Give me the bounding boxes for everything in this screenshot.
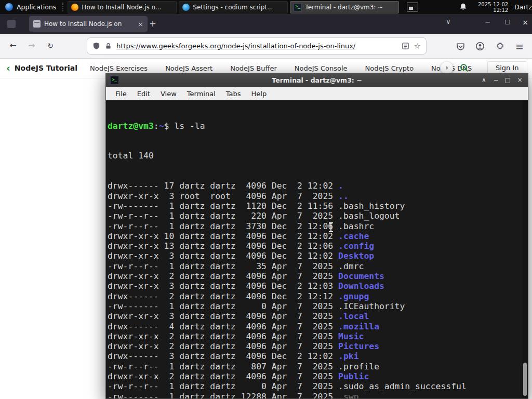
terminal-line: -rw------- 1 dartz dartz 0 Apr 7 2025 .I…: [108, 301, 528, 311]
tracking-shield-icon[interactable]: [92, 42, 100, 50]
file-name: Desktop: [338, 251, 374, 261]
terminal-line: drwx------ 2 dartz dartz 4096 Dec 2 12:1…: [108, 291, 528, 301]
prompt-separator: :: [154, 121, 159, 131]
terminal-line: -rw-r--r-- 1 dartz dartz 220 Apr 7 2025 …: [108, 211, 528, 221]
terminal-line: drwxr-xr-x 2 dartz dartz 4096 Apr 7 2025…: [108, 371, 528, 381]
window-close-button[interactable]: ×: [520, 18, 531, 26]
file-name: .config: [338, 241, 374, 251]
terminal-icon: >_: [294, 3, 302, 11]
terminal-close-button[interactable]: ×: [516, 76, 524, 84]
terminal-line: -rw------- 1 dartz dartz 12288 Apr 7 202…: [108, 392, 528, 398]
terminal-window-icon: >_: [110, 76, 119, 85]
menu-help[interactable]: Help: [246, 88, 272, 99]
terminal-prompt-line: dartz@vm3:~$ ls -la: [108, 121, 528, 131]
terminal-line: drwxr-xr-x 3 dartz dartz 4096 Apr 7 2025…: [108, 311, 528, 321]
taskbar-button-terminal[interactable]: >_ Terminal - dartz@vm3: ~: [290, 1, 399, 14]
terminal-maximize-button[interactable]: □: [504, 76, 512, 84]
new-tab-button[interactable]: +: [147, 18, 159, 30]
taskbar-label: How to Install Node.js o...: [82, 4, 173, 11]
file-name: .pki: [338, 351, 358, 361]
account-icon[interactable]: [474, 40, 486, 52]
user-label[interactable]: Dartz: [514, 3, 532, 11]
applications-menu[interactable]: Applications: [0, 0, 61, 14]
terminal-line: -rw-r--r-- 1 dartz dartz 35 Apr 7 2025 .…: [108, 261, 528, 271]
tab-title: How to Install Node.js on: [44, 20, 133, 28]
taskbar-button-browser[interactable]: How to Install Node.js o...: [68, 1, 177, 14]
file-name: Public: [338, 371, 369, 381]
menu-hamburger-icon[interactable]: ≡: [513, 40, 526, 52]
clock-time: 12:12: [478, 7, 508, 13]
mouse-cursor: [330, 223, 331, 231]
lock-icon[interactable]: [105, 43, 112, 49]
file-name: Documents: [338, 271, 384, 281]
clock[interactable]: 2025-12-02 12:12: [478, 2, 508, 13]
site-nav-title[interactable]: NodeJS Tutorial: [15, 64, 77, 72]
menu-terminal[interactable]: Terminal: [182, 88, 221, 99]
terminal-line: -rw-r--r-- 1 dartz dartz 807 Apr 7 2025 …: [108, 362, 528, 371]
reload-button[interactable]: ↻: [44, 39, 57, 52]
back-button[interactable]: ←: [6, 39, 20, 52]
menu-tabs[interactable]: Tabs: [221, 88, 246, 99]
file-name: .bashrc: [338, 221, 374, 231]
terminal-line: drwxr-xr-x 3 root root 4096 Apr 7 2025 .…: [108, 191, 528, 201]
panel-handle: [62, 3, 63, 11]
search-icon[interactable]: [459, 63, 470, 73]
terminal-titlebar[interactable]: >_ Terminal - dartz@vm3: ~ ∧−□×: [106, 73, 528, 87]
file-name: Downloads: [338, 281, 384, 291]
site-nav-link[interactable]: NodeJS Console: [295, 64, 348, 72]
list-all-tabs-icon[interactable]: ∨: [443, 18, 454, 25]
browser-tab[interactable]: How to Install Node.js on ×: [29, 16, 148, 32]
terminal-line: drwxr-xr-x 3 dartz dartz 4096 Dec 2 12:0…: [108, 281, 528, 291]
terminal-line: drwxr-xr-x 10 dartz dartz 4096 Dec 2 12:…: [108, 231, 528, 241]
terminal-line: drwxr-xr-x 2 dartz dartz 4096 Apr 7 2025…: [108, 341, 528, 351]
applications-label: Applications: [17, 3, 56, 11]
site-nav-link[interactable]: NodeJS Buffer: [230, 64, 277, 72]
terminal-scrollbar-track[interactable]: [522, 100, 528, 398]
terminal-minimize-button[interactable]: −: [492, 76, 500, 84]
forward-button[interactable]: →: [25, 39, 38, 52]
bookmark-star-icon[interactable]: ☆: [414, 42, 421, 51]
notification-bell-icon[interactable]: [459, 3, 468, 11]
terminal-output: drwx------ 17 dartz dartz 4096 Dec 2 12:…: [108, 181, 528, 398]
terminal-scrollbar-thumb[interactable]: [523, 363, 527, 396]
menu-file[interactable]: File: [110, 88, 132, 99]
url-text[interactable]: https://www.geeksforgeeks.org/node-js/in…: [116, 42, 397, 50]
taskbar-label: Settings - codium script...: [193, 4, 284, 11]
taskbar-button-settings[interactable]: Settings - codium script...: [179, 1, 288, 14]
prompt-suffix: $: [164, 121, 175, 131]
prompt-path: ~: [159, 121, 164, 131]
file-name: .: [338, 181, 343, 191]
site-nav-link[interactable]: NodeJS Exercises: [90, 64, 148, 72]
site-nav-link[interactable]: NodeJS Crypto: [365, 64, 414, 72]
terminal-window: >_ Terminal - dartz@vm3: ~ ∧−□× FileEdit…: [105, 73, 528, 399]
menu-edit[interactable]: Edit: [132, 88, 155, 99]
menu-view[interactable]: View: [155, 88, 182, 99]
top-panel: Applications How to Install Node.js o...…: [0, 0, 532, 14]
window-minimize-button[interactable]: −: [482, 18, 494, 26]
site-nav-prev-icon[interactable]: ‹: [6, 62, 10, 74]
terminal-window-controls: ∧−□×: [480, 76, 524, 84]
url-bar[interactable]: https://www.geeksforgeeks.org/node-js/in…: [87, 38, 426, 54]
terminal-total-line: total 140: [108, 151, 528, 161]
terminal-line: drwxr-xr-x 2 dartz dartz 4096 Apr 7 2025…: [108, 271, 528, 281]
firefox-icon: [71, 4, 78, 11]
browser-toolbar: ← → ↻ https://www.geeksforgeeks.org/node…: [0, 34, 532, 59]
file-name: .local: [338, 311, 369, 321]
pocket-icon[interactable]: [454, 40, 467, 52]
reader-mode-icon[interactable]: [402, 42, 409, 50]
firefox-view-icon[interactable]: [7, 20, 16, 28]
file-name: .sudo_as_admin_successful: [338, 381, 467, 391]
site-nav-link[interactable]: NodeJS Assert: [165, 64, 212, 72]
terminal-command: ls -la: [174, 121, 205, 131]
tray-icon[interactable]: [407, 3, 418, 11]
file-name: Music: [338, 331, 364, 341]
terminal-shade-button[interactable]: ∧: [480, 76, 488, 84]
terminal-body[interactable]: dartz@vm3:~$ ls -la total 140 drwx------…: [106, 100, 528, 398]
window-maximize-button[interactable]: □: [502, 18, 513, 25]
terminal-line: drwxr-xr-x 2 dartz dartz 4096 Apr 7 2025…: [108, 331, 528, 341]
file-name: .swp: [338, 392, 358, 398]
extensions-icon[interactable]: [494, 40, 506, 52]
terminal-line: -rw-r--r-- 1 dartz dartz 3730 Dec 2 12:0…: [108, 221, 528, 231]
tab-close-icon[interactable]: ×: [137, 20, 143, 28]
applications-icon: [5, 3, 13, 11]
